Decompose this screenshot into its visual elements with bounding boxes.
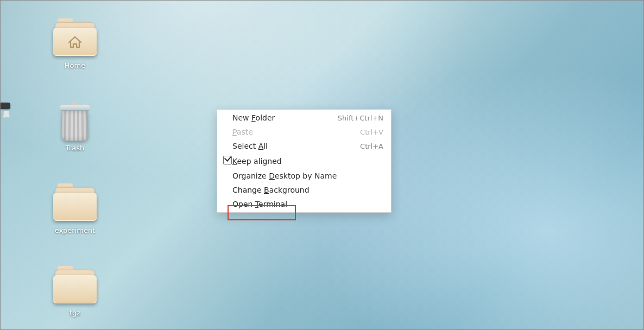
desktop-icon-home[interactable]: Home: [45, 22, 105, 69]
desktop-icon-label: tgz: [45, 309, 105, 317]
folder-home-icon: [53, 22, 97, 58]
menu-item-label: Select All: [232, 142, 360, 150]
desktop-icon-label: Home: [45, 61, 105, 69]
menu-item-organize-desktop[interactable]: Organize Desktop by Name: [217, 169, 391, 183]
menu-item-paste: Paste Ctrl+V: [217, 125, 391, 139]
menu-item-label: Open Terminal: [232, 200, 383, 208]
desktop-icon-tgz[interactable]: tgz: [45, 270, 105, 317]
menu-item-label: Keep aligned: [232, 157, 383, 166]
menu-item-label: Organize Desktop by Name: [232, 172, 383, 180]
desktop-icon-experiment[interactable]: experiment: [45, 187, 105, 234]
menu-item-select-all[interactable]: Select All Ctrl+A: [217, 139, 391, 153]
desktop[interactable]: 显示工具栏 Home Trash experiment tgz: [0, 0, 644, 330]
menu-item-label: Change Background: [232, 186, 383, 194]
desktop-icon-label: Trash: [45, 144, 105, 152]
checkbox-checked-icon: [223, 156, 232, 164]
desktop-context-menu: New Folder Shift+Ctrl+N Paste Ctrl+V Sel…: [217, 109, 392, 213]
menu-item-label: New Folder: [232, 113, 338, 122]
menu-item-keep-aligned[interactable]: Keep aligned: [217, 153, 391, 169]
folder-icon: [53, 270, 97, 306]
desktop-icon-label: experiment: [45, 226, 105, 234]
show-toolbar-tab[interactable]: 显示工具栏: [1, 103, 10, 109]
menu-item-accelerator: Ctrl+A: [360, 142, 383, 150]
menu-item-accelerator: Ctrl+V: [360, 128, 383, 136]
menu-item-accelerator: Shift+Ctrl+N: [338, 114, 383, 122]
menu-item-change-background[interactable]: Change Background: [217, 183, 391, 197]
menu-item-new-folder[interactable]: New Folder Shift+Ctrl+N: [217, 111, 391, 125]
menu-item-open-terminal[interactable]: Open Terminal: [217, 197, 391, 211]
desktop-icon-trash[interactable]: Trash: [45, 105, 105, 152]
menu-item-checkbox: [223, 156, 232, 166]
menu-item-label: Paste: [232, 128, 360, 136]
trash-icon: [53, 105, 97, 141]
folder-icon: [53, 187, 97, 223]
home-glyph-icon: [53, 34, 97, 52]
